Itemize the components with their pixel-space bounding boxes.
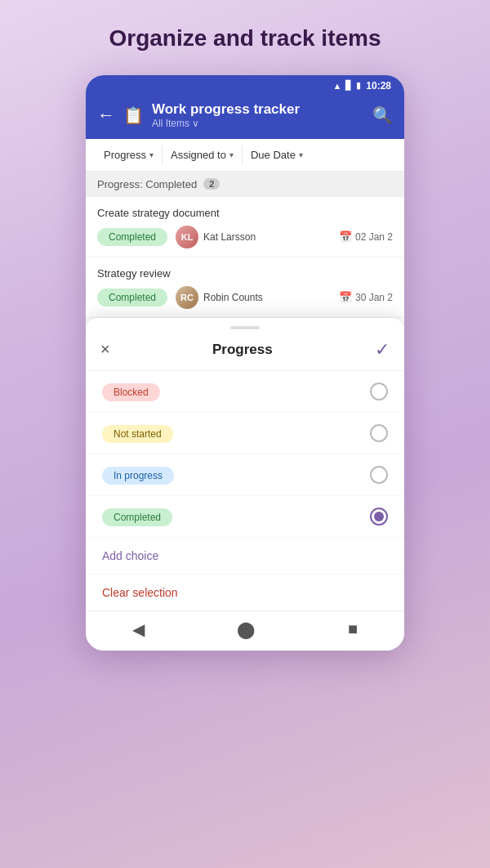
status-time: 10:28 bbox=[366, 80, 391, 92]
signal-icon: ▊ bbox=[345, 80, 352, 91]
assignee-cell: KL Kat Larsson bbox=[176, 226, 256, 248]
page-title: Organize and track items bbox=[76, 25, 413, 52]
status-bar: ▲ ▊ ▮ 10:28 bbox=[86, 75, 404, 95]
status-badge: Completed bbox=[97, 228, 167, 246]
filter-assigned[interactable]: Assigned to ▾ bbox=[163, 145, 243, 164]
nav-subtitle: All Items ∨ bbox=[152, 118, 364, 129]
search-icon[interactable]: 🔍 bbox=[372, 105, 393, 125]
recent-nav-button[interactable]: ■ bbox=[348, 620, 358, 638]
task-row[interactable]: Create strategy document Completed KL Ka… bbox=[86, 197, 404, 257]
task-name: Strategy review bbox=[97, 267, 393, 280]
due-date: 30 Jan 2 bbox=[355, 292, 393, 303]
sheet-handle-row bbox=[86, 318, 404, 333]
group-count: 2 bbox=[203, 178, 220, 190]
not-started-badge: Not started bbox=[102, 425, 173, 443]
bottom-sheet: × Progress ✓ Blocked Not started bbox=[86, 318, 404, 611]
chevron-icon: ▾ bbox=[299, 150, 303, 159]
task-row[interactable]: Strategy review Completed RC Robin Count… bbox=[86, 257, 404, 318]
filter-row: Progress ▾ Assigned to ▾ Due Date ▾ bbox=[86, 139, 404, 172]
assignee-name: Robin Counts bbox=[203, 292, 263, 303]
nav-bottom: ◀ ⬤ ■ bbox=[86, 611, 404, 651]
phone-frame: ▲ ▊ ▮ 10:28 ← 📋 Work progress tracker Al… bbox=[86, 75, 404, 651]
status-badge: Completed bbox=[97, 289, 167, 306]
option-blocked[interactable]: Blocked bbox=[86, 371, 404, 413]
radio-completed[interactable] bbox=[370, 508, 388, 526]
task-meta: Completed KL Kat Larsson 📅 02 Jan 2 bbox=[97, 226, 393, 248]
sheet-handle bbox=[230, 326, 260, 329]
app-title: Work progress tracker bbox=[152, 101, 364, 118]
calendar-icon: 📅 bbox=[339, 230, 352, 243]
group-label: Progress: Completed bbox=[97, 178, 197, 190]
task-meta: Completed RC Robin Counts 📅 30 Jan 2 bbox=[97, 286, 393, 309]
back-nav-button[interactable]: ◀ bbox=[132, 620, 145, 639]
due-date-cell: 📅 02 Jan 2 bbox=[339, 230, 393, 243]
assignee-cell: RC Robin Counts bbox=[176, 286, 263, 309]
back-button[interactable]: ← bbox=[97, 105, 115, 126]
subtitle-chevron: ∨ bbox=[192, 118, 199, 129]
option-not-started[interactable]: Not started bbox=[86, 413, 404, 454]
sheet-title: Progress bbox=[110, 342, 375, 358]
top-nav: ← 📋 Work progress tracker All Items ∨ 🔍 bbox=[86, 95, 404, 139]
group-header: Progress: Completed 2 bbox=[86, 172, 404, 197]
add-choice-button[interactable]: Add choice bbox=[86, 538, 404, 575]
clear-selection-button[interactable]: Clear selection bbox=[86, 575, 404, 611]
blocked-badge: Blocked bbox=[102, 383, 160, 401]
chevron-icon: ▾ bbox=[229, 150, 234, 159]
battery-icon: ▮ bbox=[356, 80, 361, 91]
outer-wrapper: Organize and track items ▲ ▊ ▮ 10:28 ← 📋… bbox=[0, 0, 490, 868]
radio-not-started[interactable] bbox=[370, 424, 388, 442]
sheet-header: × Progress ✓ bbox=[86, 333, 404, 371]
due-date: 02 Jan 2 bbox=[355, 231, 393, 243]
nav-titles: Work progress tracker All Items ∨ bbox=[152, 101, 364, 129]
home-nav-button[interactable]: ⬤ bbox=[237, 620, 255, 639]
close-button[interactable]: × bbox=[100, 340, 110, 359]
wifi-icon: ▲ bbox=[332, 81, 341, 91]
filter-progress[interactable]: Progress ▾ bbox=[96, 145, 163, 164]
avatar: RC bbox=[176, 286, 198, 309]
avatar: KL bbox=[176, 226, 198, 248]
app-icon: 📋 bbox=[123, 105, 144, 125]
confirm-button[interactable]: ✓ bbox=[375, 339, 390, 360]
completed-badge: Completed bbox=[102, 508, 172, 526]
radio-in-progress[interactable] bbox=[370, 466, 388, 484]
due-date-cell: 📅 30 Jan 2 bbox=[339, 291, 393, 303]
option-completed[interactable]: Completed bbox=[86, 496, 404, 538]
assignee-name: Kat Larsson bbox=[203, 231, 256, 243]
radio-inner bbox=[374, 512, 384, 521]
in-progress-badge: In progress bbox=[102, 467, 174, 485]
filter-due-date[interactable]: Due Date ▾ bbox=[243, 145, 311, 164]
task-name: Create strategy document bbox=[97, 207, 393, 219]
chevron-icon: ▾ bbox=[149, 150, 154, 159]
calendar-icon: 📅 bbox=[339, 291, 352, 303]
option-in-progress[interactable]: In progress bbox=[86, 454, 404, 496]
status-icons: ▲ ▊ ▮ bbox=[332, 80, 361, 91]
radio-blocked[interactable] bbox=[370, 383, 388, 400]
